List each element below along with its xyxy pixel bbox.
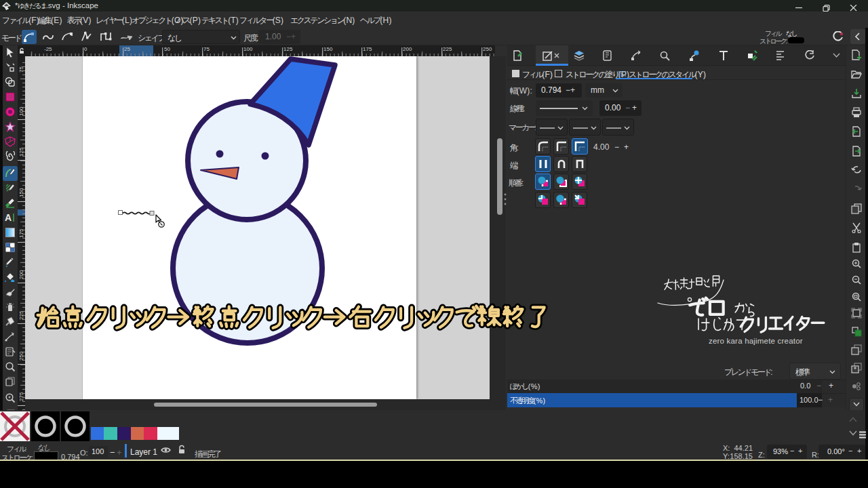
svg-text:zero kara hajimete creator: zero kara hajimete creator <box>709 337 803 345</box>
svg-text:A: A <box>5 212 12 223</box>
